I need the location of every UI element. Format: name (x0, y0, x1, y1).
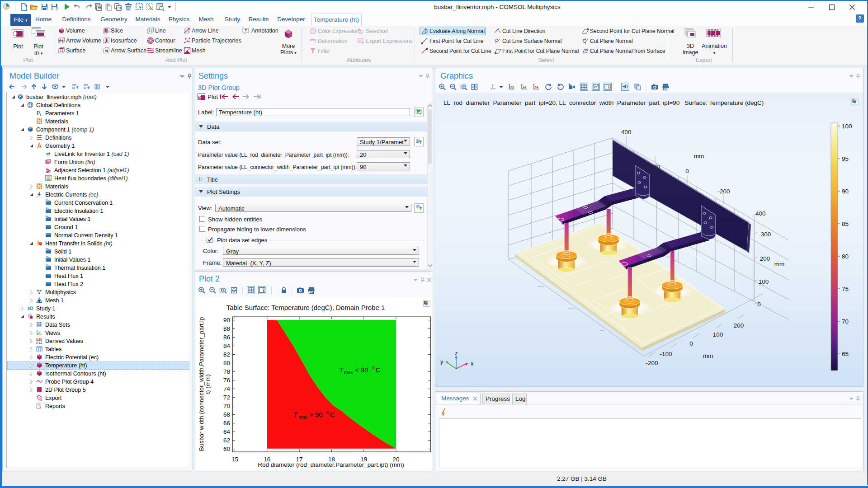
svg-text:80: 80 (842, 253, 849, 260)
svg-text:200: 200 (650, 164, 660, 170)
svg-text:90: 90 (223, 317, 230, 324)
svg-text:64: 64 (223, 428, 231, 435)
svg-text:90: 90 (842, 188, 849, 195)
svg-text:400: 400 (621, 129, 632, 136)
svg-text:yz: yz (523, 84, 526, 89)
svg-text:-100: -100 (660, 351, 672, 357)
svg-text:100: 100 (842, 123, 852, 130)
svg-text:o: o (326, 409, 329, 415)
svg-text:mm: mm (703, 352, 713, 359)
svg-text:8.85: 8.85 (36, 338, 42, 341)
svg-text:a=: a= (359, 39, 362, 42)
svg-text:200: 200 (760, 255, 770, 262)
svg-text:C: C (330, 411, 335, 418)
svg-text:78: 78 (223, 368, 230, 375)
svg-text:e-12: e-12 (36, 341, 42, 344)
svg-text:100: 100 (759, 278, 769, 285)
svg-text:62: 62 (223, 437, 230, 444)
svg-text:P: P (37, 110, 40, 116)
svg-text:Rod diameter (rod_diameter.Par: Rod diameter (rod_diameter.Parameter_par… (258, 461, 404, 468)
svg-text:70: 70 (842, 318, 849, 325)
svg-text:o: o (372, 365, 375, 370)
svg-text:_: _ (40, 195, 42, 198)
svg-text:15: 15 (231, 456, 238, 463)
svg-text:74: 74 (223, 385, 231, 392)
svg-text:t) (mm): t) (mm) (204, 374, 211, 394)
svg-text:Table Surface: Temperature (de: Table Surface: Temperature (degC), Domai… (226, 304, 385, 311)
svg-text:y: y (440, 358, 443, 365)
svg-text:-400: -400 (753, 210, 765, 217)
svg-text:0: 0 (757, 301, 761, 308)
svg-text:xz: xz (535, 84, 538, 89)
svg-text:85: 85 (842, 221, 849, 227)
svg-text:0: 0 (689, 340, 693, 347)
svg-text:95: 95 (842, 155, 849, 162)
svg-text:Busbar width (connector_width.: Busbar width (connector_width.Parameter_… (198, 317, 205, 451)
svg-text:100: 100 (713, 331, 723, 338)
svg-text:mm: mm (694, 153, 704, 160)
svg-text:84: 84 (223, 343, 231, 349)
svg-text:88: 88 (223, 325, 230, 332)
svg-text:xy: xy (510, 84, 514, 89)
svg-text:LL_rod_diameter_Parameter_part: LL_rod_diameter_Parameter_part_ipt=20, L… (443, 99, 764, 106)
svg-text:300: 300 (761, 231, 771, 238)
svg-text:x: x (471, 360, 474, 367)
svg-text:> 90: > 90 (309, 411, 323, 418)
svg-text:+: + (36, 195, 38, 198)
svg-text:max: max (344, 370, 354, 375)
svg-text:72: 72 (223, 394, 230, 401)
svg-text:0: 0 (685, 168, 689, 174)
svg-text:70: 70 (223, 403, 230, 409)
svg-text:-200: -200 (717, 188, 730, 195)
svg-text:200: 200 (734, 322, 744, 329)
svg-text:mm: mm (774, 261, 785, 267)
svg-text:i: i (40, 113, 41, 117)
svg-text:z: z (455, 350, 458, 357)
svg-text:max: max (298, 414, 308, 420)
svg-text:86: 86 (223, 334, 230, 341)
svg-text:75: 75 (842, 286, 849, 292)
svg-text:66: 66 (223, 420, 230, 427)
svg-text:76: 76 (223, 377, 230, 384)
svg-text:-200: -200 (646, 360, 658, 366)
svg-text:82: 82 (223, 351, 230, 358)
svg-text:65: 65 (842, 351, 849, 357)
svg-text:C: C (376, 366, 380, 374)
svg-text:60: 60 (223, 446, 230, 452)
svg-text:< 90: < 90 (355, 366, 368, 374)
svg-text:68: 68 (223, 411, 230, 418)
svg-text:80: 80 (223, 360, 230, 366)
